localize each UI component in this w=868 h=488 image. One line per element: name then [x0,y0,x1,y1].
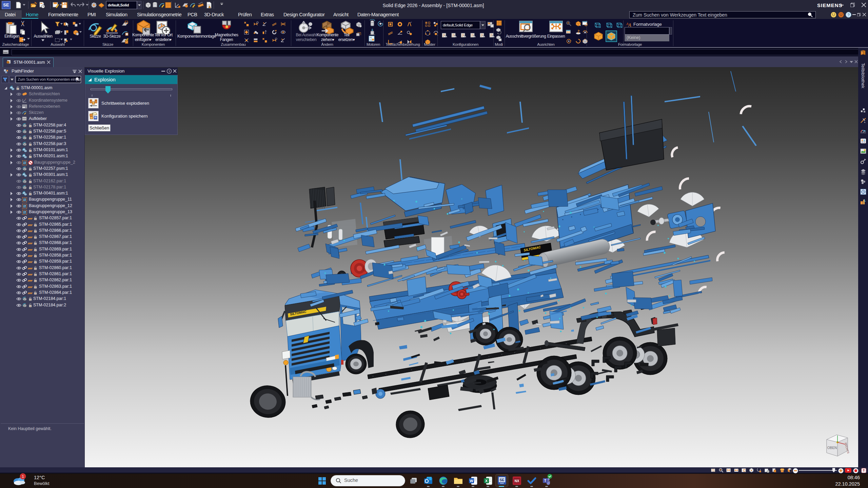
svg-text:T: T [544,479,546,483]
svg-text:1: 1 [22,474,24,479]
svg-text:z: z [25,98,26,100]
svg-text:OBEN: OBEN [827,446,837,450]
svg-text:SE: SE [499,478,505,482]
svg-text:X1: X1 [370,37,372,39]
svg-text:?: ? [847,13,849,17]
svg-text:NX: NX [515,479,519,483]
svg-text:W: W [470,479,473,483]
svg-text:X: X [485,479,488,483]
svg-text:X2: X2 [370,39,372,41]
svg-text:?: ? [168,70,170,73]
